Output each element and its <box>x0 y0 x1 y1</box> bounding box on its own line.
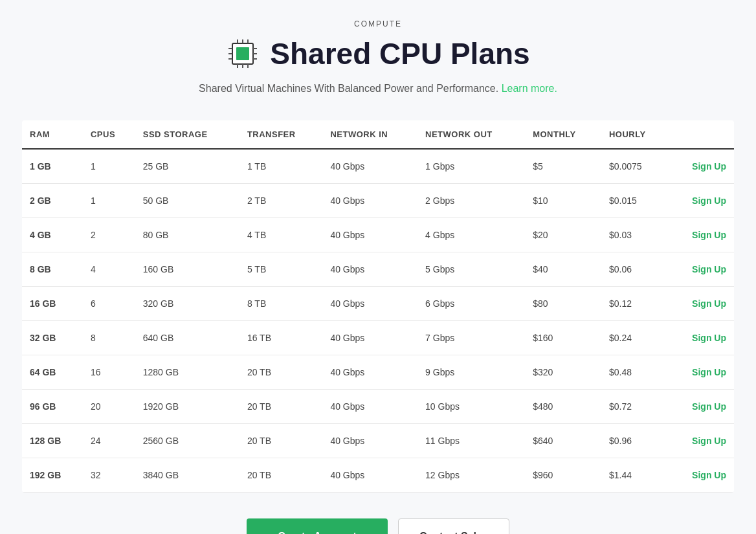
cell-network_out: 12 Gbps <box>417 458 525 493</box>
signup-button[interactable]: Sign Up <box>692 333 726 343</box>
table-row: 128 GB242560 GB20 TB40 Gbps11 Gbps$640$0… <box>22 424 734 458</box>
cell-cpus: 1 <box>83 149 135 184</box>
cell-network_out: 5 Gbps <box>417 252 525 287</box>
cell-network_in: 40 Gbps <box>322 424 417 458</box>
cell-monthly: $320 <box>525 355 601 390</box>
learn-more-link[interactable]: Learn more. <box>502 83 557 94</box>
subtitle-text: Shared Virtual Machines With Balanced Po… <box>199 83 498 94</box>
cell-ssd: 1280 GB <box>135 355 239 390</box>
cell-hourly: $1.44 <box>601 458 669 493</box>
cell-network_in: 40 Gbps <box>322 390 417 424</box>
cell-transfer: 20 TB <box>239 424 322 458</box>
cell-transfer: 20 TB <box>239 355 322 390</box>
header-row: RAM CPUs SSD Storage Transfer Network In… <box>22 120 734 149</box>
cell-ssd: 320 GB <box>135 287 239 321</box>
cell-ram: 1 GB <box>22 149 83 184</box>
cell-ssd: 25 GB <box>135 149 239 184</box>
cell-ram: 192 GB <box>22 458 83 493</box>
cell-network_out: 7 Gbps <box>417 321 525 355</box>
col-monthly: Monthly <box>525 120 601 149</box>
cell-ram: 32 GB <box>22 321 83 355</box>
cell-hourly: $0.0075 <box>601 149 669 184</box>
cell-ram: 16 GB <box>22 287 83 321</box>
signup-button[interactable]: Sign Up <box>692 298 726 309</box>
cell-monthly: $80 <box>525 287 601 321</box>
cell-network_out: 6 Gbps <box>417 287 525 321</box>
table-row: 16 GB6320 GB8 TB40 Gbps6 Gbps$80$0.12Sig… <box>22 287 734 321</box>
cell-monthly: $640 <box>525 424 601 458</box>
table-row: 1 GB125 GB1 TB40 Gbps1 Gbps$5$0.0075Sign… <box>22 149 734 184</box>
col-network-out: Network Out <box>417 120 525 149</box>
col-action <box>669 120 734 149</box>
cell-cpus: 2 <box>83 218 135 252</box>
cell-network_out: 4 Gbps <box>417 218 525 252</box>
signup-button[interactable]: Sign Up <box>692 230 726 240</box>
signup-button[interactable]: Sign Up <box>692 161 726 172</box>
cell-hourly: $0.03 <box>601 218 669 252</box>
cell-action: Sign Up <box>669 355 734 390</box>
page-wrapper: COMPUTE Shared CPU Plans Shared Virtua <box>22 19 734 534</box>
cell-action: Sign Up <box>669 424 734 458</box>
cell-cpus: 20 <box>83 390 135 424</box>
cell-ram: 4 GB <box>22 218 83 252</box>
contact-sales-button[interactable]: Contact Sales <box>398 518 509 534</box>
signup-button[interactable]: Sign Up <box>692 436 726 446</box>
page-title: Shared CPU Plans <box>270 36 529 71</box>
cpu-icon <box>226 37 260 71</box>
cell-action: Sign Up <box>669 458 734 493</box>
col-ram: RAM <box>22 120 83 149</box>
cell-action: Sign Up <box>669 252 734 287</box>
cell-ram: 64 GB <box>22 355 83 390</box>
cell-transfer: 2 TB <box>239 184 322 218</box>
signup-button[interactable]: Sign Up <box>692 195 726 206</box>
col-cpus: CPUs <box>83 120 135 149</box>
action-buttons: Create Account Contact Sales <box>22 518 734 534</box>
cell-transfer: 5 TB <box>239 252 322 287</box>
subtitle: Shared Virtual Machines With Balanced Po… <box>22 83 734 95</box>
col-network-in: Network In <box>322 120 417 149</box>
cell-ssd: 160 GB <box>135 252 239 287</box>
table-row: 192 GB323840 GB20 TB40 Gbps12 Gbps$960$1… <box>22 458 734 493</box>
cell-hourly: $0.96 <box>601 424 669 458</box>
cell-transfer: 20 TB <box>239 390 322 424</box>
cell-cpus: 4 <box>83 252 135 287</box>
signup-button[interactable]: Sign Up <box>692 367 726 377</box>
signup-button[interactable]: Sign Up <box>692 401 726 412</box>
cell-network_in: 40 Gbps <box>322 355 417 390</box>
cell-network_out: 1 Gbps <box>417 149 525 184</box>
signup-button[interactable]: Sign Up <box>692 470 726 480</box>
svg-rect-1 <box>236 47 249 60</box>
cell-network_in: 40 Gbps <box>322 149 417 184</box>
col-transfer: Transfer <box>239 120 322 149</box>
cell-monthly: $960 <box>525 458 601 493</box>
col-ssd: SSD Storage <box>135 120 239 149</box>
cell-network_out: 11 Gbps <box>417 424 525 458</box>
cell-monthly: $10 <box>525 184 601 218</box>
cell-ram: 96 GB <box>22 390 83 424</box>
cell-monthly: $40 <box>525 252 601 287</box>
col-hourly: Hourly <box>601 120 669 149</box>
cell-action: Sign Up <box>669 321 734 355</box>
table-body: 1 GB125 GB1 TB40 Gbps1 Gbps$5$0.0075Sign… <box>22 149 734 493</box>
cell-ssd: 640 GB <box>135 321 239 355</box>
cell-hourly: $0.12 <box>601 287 669 321</box>
cell-hourly: $0.72 <box>601 390 669 424</box>
cell-hourly: $0.48 <box>601 355 669 390</box>
cell-network_out: 10 Gbps <box>417 390 525 424</box>
cell-network_in: 40 Gbps <box>322 287 417 321</box>
cell-transfer: 16 TB <box>239 321 322 355</box>
table-row: 2 GB150 GB2 TB40 Gbps2 Gbps$10$0.015Sign… <box>22 184 734 218</box>
cell-action: Sign Up <box>669 149 734 184</box>
cell-transfer: 1 TB <box>239 149 322 184</box>
cell-ssd: 50 GB <box>135 184 239 218</box>
section-label: COMPUTE <box>22 19 734 28</box>
cell-hourly: $0.24 <box>601 321 669 355</box>
create-account-button[interactable]: Create Account <box>247 518 388 534</box>
table-row: 8 GB4160 GB5 TB40 Gbps5 Gbps$40$0.06Sign… <box>22 252 734 287</box>
signup-button[interactable]: Sign Up <box>692 264 726 274</box>
page-header: Shared CPU Plans <box>22 36 734 71</box>
cell-ssd: 1920 GB <box>135 390 239 424</box>
cell-action: Sign Up <box>669 218 734 252</box>
cell-network_in: 40 Gbps <box>322 184 417 218</box>
cell-network_out: 9 Gbps <box>417 355 525 390</box>
